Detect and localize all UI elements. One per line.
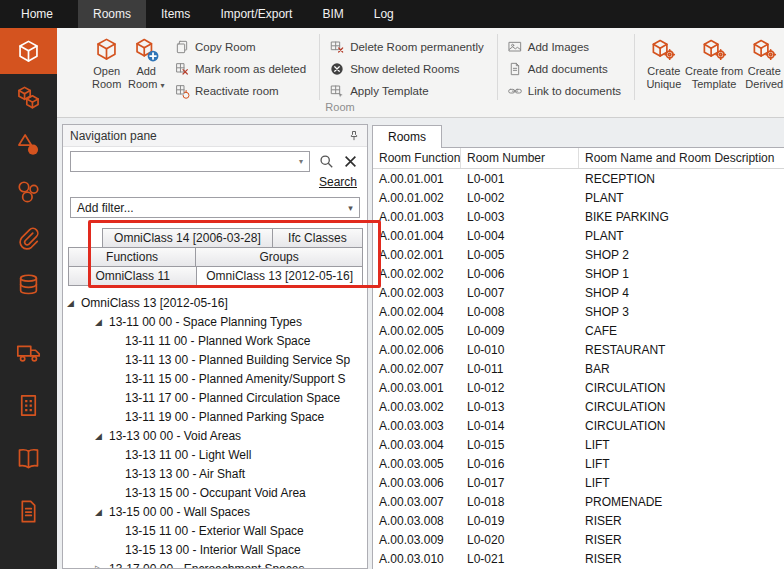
class-tab-omniclass-14-2006-03-28[interactable]: OmniClass 14 [2006-03-28] (102, 228, 273, 248)
table-row[interactable]: A.00.02.001L0-005SHOP 2 (373, 245, 784, 264)
table-cell: A.00.03.004 (373, 435, 461, 454)
open-room-button[interactable]: OpenRoom (87, 28, 126, 91)
tree-node-13-11-19-00-planned-parking-space[interactable]: 13-11 19 00 - Planned Parking Space (63, 407, 367, 426)
table-row[interactable]: A.00.02.003L0-007SHOP 4 (373, 283, 784, 302)
menu-item-rooms[interactable]: Rooms (78, 0, 146, 28)
table-row[interactable]: A.00.02.004L0-008SHOP 3 (373, 302, 784, 321)
table-cell: L0-018 (461, 492, 579, 511)
table-row[interactable]: A.00.02.002L0-006SHOP 1 (373, 264, 784, 283)
search-link[interactable]: Search (73, 175, 357, 189)
table-cell: A.00.03.007 (373, 492, 461, 511)
sidebar-item-database[interactable] (0, 262, 57, 309)
create-from-template-button[interactable]: Create fromTemplate (684, 28, 745, 91)
class-tab-groups[interactable]: Groups (195, 247, 363, 267)
add-documents-label: Add documents (528, 63, 608, 75)
reactivate-room-button[interactable]: Reactivate room (174, 80, 310, 102)
sidebar-item-reports[interactable] (0, 435, 57, 482)
create-from-template-label: Create fromTemplate (685, 65, 743, 91)
table-row[interactable]: A.00.03.004L0-015LIFT (373, 435, 784, 454)
tree-node-13-11-15-00-planned-amenity-support-s[interactable]: 13-11 15 00 - Planned Amenity/Support S (63, 369, 367, 388)
table-row[interactable]: A.00.03.002L0-013CIRCULATION (373, 397, 784, 416)
create-derived-button[interactable]: CreateDerived (745, 28, 784, 91)
clear-search-icon[interactable] (343, 154, 358, 169)
tree-node-13-13-00-00-void-areas[interactable]: ◢13-13 00 00 - Void Areas (63, 426, 367, 445)
sidebar-item-documents[interactable] (0, 488, 57, 535)
table-row[interactable]: A.00.03.001L0-012CIRCULATION (373, 378, 784, 397)
class-tab-omniclass-13-2012-05-16[interactable]: OmniClass 13 [2012-05-16] (196, 266, 363, 286)
menu-item-bim[interactable]: BIM (307, 0, 358, 28)
add-documents-icon (507, 61, 523, 77)
sidebar-item-logistics[interactable] (0, 329, 57, 376)
tree-node-13-11-00-00-space-planning-types[interactable]: ◢13-11 00 00 - Space Planning Types (63, 312, 367, 331)
table-row[interactable]: A.00.03.007L0-018PROMENADE (373, 492, 784, 511)
table-row[interactable]: A.00.01.002L0-002PLANT (373, 188, 784, 207)
show-deleted-rooms-button[interactable]: Show deleted Rooms (329, 58, 488, 80)
add-room-button[interactable]: AddRoom ▾ (126, 28, 165, 92)
sidebar-item-rooms[interactable] (0, 28, 57, 74)
tree-node-13-15-13-00-interior-wall-space[interactable]: 13-15 13 00 - Interior Wall Space (63, 540, 367, 559)
tree-node-13-11-17-00-planned-circulation-space[interactable]: 13-11 17 00 - Planned Circulation Space (63, 388, 367, 407)
tree-node-13-13-13-00-air-shaft[interactable]: 13-13 13 00 - Air Shaft (63, 464, 367, 483)
tree-node-13-17-00-00-encroachment-spaces[interactable]: ▷13-17 00 00 - Encroachment Spaces (63, 559, 367, 569)
tree-node-13-13-15-00-occupant-void-area[interactable]: 13-13 15 00 - Occupant Void Area (63, 483, 367, 502)
tree-node-13-15-00-00-wall-spaces[interactable]: ◢13-15 00 00 - Wall Spaces (63, 502, 367, 521)
table-row[interactable]: A.00.03.003L0-014CIRCULATION (373, 416, 784, 435)
column-header-room-name-and-room-description[interactable]: Room Name and Room Description (579, 148, 784, 168)
column-header-room-function[interactable]: Room Function #: (373, 148, 461, 168)
expanded-marker-icon[interactable]: ◢ (95, 317, 109, 327)
sidebar-item-items[interactable] (0, 74, 57, 121)
table-cell: A.00.02.006 (373, 340, 461, 359)
table-row[interactable]: A.00.03.006L0-017LIFT (373, 473, 784, 492)
apply-template-button[interactable]: Apply Template (329, 80, 488, 102)
add-documents-button[interactable]: Add documents (507, 58, 625, 80)
tree-node-omniclass-13-2012-05-16[interactable]: ◢OmniClass 13 [2012-05-16] (63, 293, 367, 312)
menu-item-import-export[interactable]: Import/Export (205, 0, 307, 28)
pin-icon[interactable] (348, 130, 360, 142)
table-row[interactable]: A.00.01.003L0-003BIKE PARKING (373, 207, 784, 226)
table-cell: SHOP 1 (579, 264, 784, 283)
table-row[interactable]: A.00.02.007L0-011BAR (373, 359, 784, 378)
expanded-marker-icon[interactable]: ◢ (67, 298, 81, 308)
add-images-label: Add Images (528, 41, 589, 53)
tree-node-13-15-11-00-exterior-wall-space[interactable]: 13-15 11 00 - Exterior Wall Space (63, 521, 367, 540)
table-row[interactable]: A.00.01.004L0-004PLANT (373, 226, 784, 245)
sidebar-item-shapes[interactable] (0, 121, 57, 168)
tree-node-13-11-11-00-planned-work-space[interactable]: 13-11 11 00 - Planned Work Space (63, 331, 367, 350)
copy-room-button[interactable]: Copy Room (174, 36, 310, 58)
menu-item-home[interactable]: Home (6, 0, 68, 28)
sidebar-item-attachments[interactable] (0, 215, 57, 262)
table-row[interactable]: A.00.03.008L0-019RISER (373, 511, 784, 530)
table-row[interactable]: A.00.02.005L0-009CAFE (373, 321, 784, 340)
expanded-marker-icon[interactable]: ◢ (95, 507, 109, 517)
table-row[interactable]: A.00.03.009L0-020RISER (373, 530, 784, 549)
delete-room-permanently-button[interactable]: Delete Room permanently (329, 36, 488, 58)
table-row[interactable]: A.00.03.005L0-016LIFT (373, 454, 784, 473)
search-history-chevron-down-icon[interactable]: ▾ (297, 157, 305, 166)
tree-node-13-13-11-00-light-well[interactable]: 13-13 11 00 - Light Well (63, 445, 367, 464)
collapsed-marker-icon[interactable]: ▷ (95, 563, 109, 569)
class-tab-ifc-classes[interactable]: Ifc Classes (272, 228, 363, 248)
class-tab-omniclass-11[interactable]: OmniClass 11 (68, 266, 197, 286)
mark-room-as-deleted-button[interactable]: Mark room as deleted (174, 58, 310, 80)
create-unique-button[interactable]: CreateUnique (644, 28, 683, 91)
column-header-room-number[interactable]: Room Number (461, 148, 579, 168)
link-to-documents-button[interactable]: Link to documents (507, 80, 625, 102)
add-images-button[interactable]: Add Images (507, 36, 625, 58)
class-tab-functions[interactable]: Functions (68, 247, 196, 267)
sidebar-item-spheres[interactable] (0, 168, 57, 215)
table-row[interactable]: A.00.01.001L0-001RECEPTION (373, 169, 784, 188)
tree-node-13-11-13-00-planned-building-service-sp[interactable]: 13-11 13 00 - Planned Building Service S… (63, 350, 367, 369)
menu-item-items[interactable]: Items (146, 0, 205, 28)
table-row[interactable]: A.00.03.010L0-021RISER (373, 549, 784, 568)
table-row[interactable]: A.00.02.006L0-010RESTAURANT (373, 340, 784, 359)
open-room-label: OpenRoom (92, 65, 121, 91)
menu-item-log[interactable]: Log (359, 0, 409, 28)
search-icon[interactable] (319, 154, 334, 169)
search-input[interactable] (75, 155, 297, 169)
rooms-panel-tab[interactable]: Rooms (372, 125, 442, 148)
expanded-marker-icon[interactable]: ◢ (95, 431, 109, 441)
sidebar-item-buildings[interactable] (0, 382, 57, 429)
class-tab-row-2: FunctionsGroups (68, 247, 362, 266)
table-cell: L0-010 (461, 340, 579, 359)
add-filter-dropdown[interactable]: Add filter... ▾ (70, 197, 360, 218)
